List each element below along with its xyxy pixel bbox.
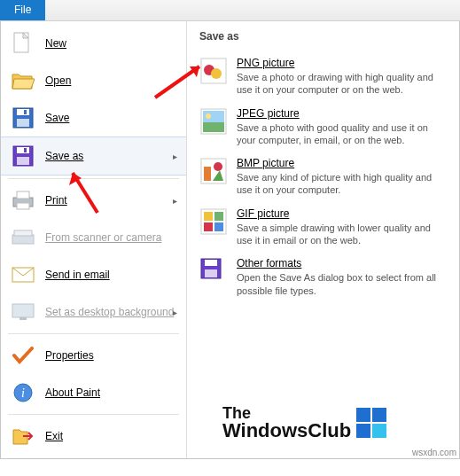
svg-rect-32	[214, 212, 223, 221]
menu-print[interactable]: Print	[1, 182, 186, 219]
desktop-icon	[12, 300, 35, 324]
scanner-icon	[12, 226, 35, 249]
file-tab[interactable]: File	[0, 0, 45, 20]
ribbon-tab-bar: File	[0, 0, 460, 21]
menu-divider	[8, 333, 179, 334]
menu-save[interactable]: Save	[1, 99, 186, 137]
exit-icon	[12, 425, 35, 448]
svg-rect-14	[14, 230, 32, 236]
menu-exit[interactable]: Exit	[1, 417, 186, 455]
menu-label: From scanner or camera	[45, 231, 161, 244]
format-text: JPEG picture Save a photo with good qual…	[237, 107, 447, 147]
windows-logo-icon	[356, 408, 386, 438]
menu-properties[interactable]: Properties	[1, 337, 186, 374]
save-as-icon	[12, 144, 35, 168]
watermark: The WindowsClub	[222, 405, 386, 441]
printer-icon	[12, 189, 35, 212]
svg-rect-34	[214, 222, 223, 231]
svg-rect-8	[17, 157, 29, 165]
png-icon	[199, 57, 228, 85]
format-title: BMP picture	[237, 157, 447, 169]
svg-rect-9	[24, 148, 27, 152]
format-desc: Save any kind of picture with high quali…	[237, 171, 447, 197]
menu-divider	[8, 178, 179, 179]
svg-rect-31	[204, 212, 213, 221]
menu-label: New	[45, 37, 66, 50]
watermark-text: The WindowsClub	[222, 405, 351, 441]
svg-rect-4	[17, 119, 29, 127]
menu-email[interactable]: Send in email	[1, 256, 186, 293]
svg-rect-12	[17, 203, 29, 209]
menu-label: Print	[45, 194, 67, 207]
format-title: JPEG picture	[237, 107, 447, 120]
menu-about[interactable]: i About Paint	[1, 374, 186, 411]
format-text: Other formats Open the Save As dialog bo…	[237, 257, 447, 297]
format-bmp[interactable]: BMP picture Save any kind of picture wit…	[196, 152, 450, 202]
format-title: Other formats	[237, 257, 447, 269]
svg-rect-28	[204, 167, 211, 181]
gif-icon	[199, 207, 228, 236]
svg-rect-39	[372, 408, 386, 422]
format-desc: Save a photo with good quality and use i…	[237, 121, 447, 147]
menu-open[interactable]: Open	[1, 62, 186, 99]
new-file-icon	[12, 32, 35, 55]
format-png[interactable]: PNG picture Save a photo or drawing with…	[196, 51, 450, 102]
other-formats-icon	[199, 257, 228, 285]
svg-rect-11	[17, 191, 29, 199]
bmp-icon	[199, 157, 228, 185]
format-title: PNG picture	[237, 57, 447, 69]
menu-label: Send in email	[45, 269, 110, 281]
save-floppy-icon	[12, 106, 35, 129]
svg-rect-5	[24, 110, 27, 114]
svg-rect-41	[372, 424, 386, 438]
checkmark-icon	[12, 344, 35, 367]
svg-rect-36	[205, 260, 217, 266]
svg-rect-17	[19, 317, 27, 320]
menu-save-as[interactable]: Save as	[1, 137, 186, 176]
svg-rect-40	[356, 424, 370, 438]
format-desc: Save a simple drawing with lower quality…	[237, 222, 447, 247]
save-as-panel: Save as PNG picture Save a photo or draw…	[187, 21, 459, 458]
svg-point-29	[214, 162, 222, 171]
svg-point-22	[211, 68, 222, 79]
svg-rect-3	[17, 109, 29, 115]
menu-label: Exit	[45, 430, 63, 442]
svg-point-26	[206, 113, 211, 119]
svg-rect-37	[205, 269, 217, 277]
svg-rect-24	[203, 121, 224, 132]
format-desc: Save a photo or drawing with high qualit…	[237, 71, 447, 97]
format-other[interactable]: Other formats Open the Save As dialog bo…	[196, 252, 450, 302]
format-desc: Open the Save As dialog box to select fr…	[237, 271, 447, 297]
menu-label: Save as	[45, 150, 83, 162]
format-text: PNG picture Save a photo or drawing with…	[237, 57, 447, 97]
format-text: BMP picture Save any kind of picture wit…	[237, 157, 447, 197]
file-menu: New Open Save Save as Print	[1, 21, 187, 458]
menu-scanner: From scanner or camera	[1, 219, 186, 256]
menu-label: Properties	[45, 349, 94, 362]
menu-desktop-bg: Set as desktop background	[1, 293, 186, 331]
svg-rect-7	[17, 147, 29, 153]
svg-text:i: i	[21, 386, 25, 400]
menu-label: Save	[45, 112, 69, 124]
format-text: GIF picture Save a simple drawing with l…	[237, 207, 447, 247]
jpeg-icon	[199, 107, 228, 136]
svg-rect-33	[204, 222, 213, 231]
menu-label: About Paint	[45, 386, 100, 399]
svg-rect-38	[356, 408, 370, 422]
menu-label: Open	[45, 74, 71, 87]
format-jpeg[interactable]: JPEG picture Save a photo with good qual…	[196, 102, 450, 152]
email-icon	[12, 263, 35, 286]
menu-label: Set as desktop background	[45, 306, 174, 318]
file-backstage: New Open Save Save as Print	[0, 21, 460, 459]
svg-rect-16	[12, 304, 34, 317]
panel-title: Save as	[199, 30, 450, 43]
menu-new[interactable]: New	[1, 25, 186, 62]
info-icon: i	[12, 381, 35, 404]
format-gif[interactable]: GIF picture Save a simple drawing with l…	[196, 202, 450, 253]
open-folder-icon	[12, 69, 35, 92]
format-title: GIF picture	[237, 207, 447, 220]
menu-divider	[8, 414, 179, 415]
credit-text: wsxdn.com	[412, 448, 456, 457]
